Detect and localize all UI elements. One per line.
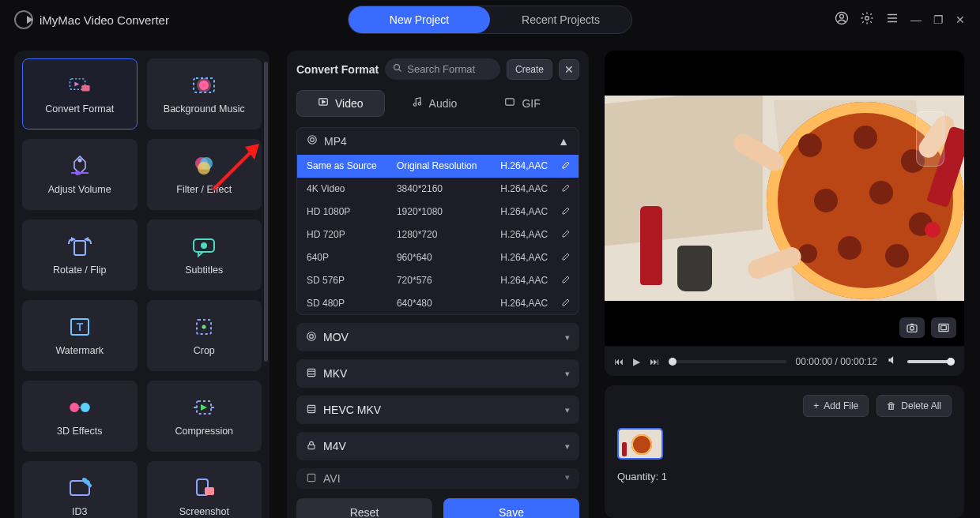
svg-point-48	[311, 138, 315, 142]
tab-video[interactable]: Video	[296, 90, 385, 117]
tool-filter-effect[interactable]: Filter / Effect	[147, 139, 262, 210]
gif-icon	[504, 96, 515, 110]
tool-crop[interactable]: Crop	[147, 300, 262, 371]
volume-icon[interactable]	[887, 355, 898, 368]
preset-codec: H.264,AAC	[500, 183, 560, 194]
edit-preset-icon[interactable]	[560, 229, 572, 241]
seek-slider[interactable]	[669, 360, 786, 363]
preset-codec: H.264,AAC	[500, 298, 560, 309]
preset-row[interactable]: Same as SourceOriginal ResolutionH.264,A…	[297, 155, 579, 178]
play-button[interactable]: ▶	[633, 356, 640, 367]
preset-resolution: 3840*2160	[397, 183, 500, 194]
svg-marker-7	[74, 82, 79, 87]
group-mkv[interactable]: MKV ▾	[296, 359, 579, 388]
delete-all-button[interactable]: 🗑 Delete All	[876, 395, 952, 417]
edit-preset-icon[interactable]	[560, 160, 572, 172]
tool-background-music[interactable]: Background Music	[147, 58, 262, 130]
svg-rect-57	[308, 445, 315, 449]
time-display: 00:00:00 / 00:00:12	[796, 356, 877, 367]
tool-subtitles[interactable]: Subtitles	[147, 220, 262, 291]
preset-resolution: 960*640	[397, 252, 500, 263]
svg-point-14	[75, 171, 80, 175]
edit-preset-icon[interactable]	[560, 183, 572, 195]
search-icon	[393, 63, 402, 75]
preset-row[interactable]: HD 720P1280*720H.264,AAC	[297, 223, 579, 246]
target-icon	[307, 134, 318, 148]
preset-row[interactable]: SD 480P640*480H.264,AAC	[297, 292, 579, 315]
group-mov[interactable]: MOV ▾	[296, 323, 579, 351]
tool-label: Convert Format	[45, 103, 114, 114]
video-icon	[318, 96, 329, 110]
settings-icon[interactable]	[860, 11, 874, 29]
tool-id3[interactable]: ID3	[22, 461, 138, 518]
tool-compression[interactable]: Compression	[147, 381, 262, 452]
glasses-icon	[66, 396, 93, 419]
tab-audio-label: Audio	[429, 97, 458, 110]
svg-point-17	[198, 162, 210, 175]
edit-preset-icon[interactable]	[560, 252, 572, 264]
group-mp4-label: MP4	[324, 135, 347, 148]
preset-row[interactable]: 640P960*640H.264,AAC	[297, 246, 579, 269]
tab-new-project[interactable]: New Project	[349, 6, 490, 33]
tool-screenshot[interactable]: Screenshot	[147, 461, 262, 518]
preset-row[interactable]: HD 1080P1920*1080H.264,AAC	[297, 201, 579, 223]
screenshot-icon	[190, 476, 217, 500]
tool-3d-effects[interactable]: 3D Effects	[22, 381, 138, 452]
next-button[interactable]: ⏭	[650, 356, 659, 367]
svg-point-1	[840, 14, 844, 18]
fullscreen-button[interactable]	[931, 317, 956, 338]
preset-name: 4K Video	[307, 183, 397, 194]
queue-thumbnail[interactable]	[617, 428, 663, 460]
save-button[interactable]: Save	[443, 498, 579, 518]
chevron-down-icon: ▾	[565, 441, 570, 452]
add-file-button[interactable]: + Add File	[803, 395, 869, 417]
minimize-button[interactable]: —	[910, 13, 922, 26]
menu-icon[interactable]	[885, 11, 899, 29]
music-icon	[190, 73, 217, 97]
maximize-button[interactable]: ❐	[933, 13, 944, 26]
tab-gif-label: GIF	[522, 97, 540, 110]
preset-codec: H.264,AAC	[500, 160, 560, 171]
volume-slider[interactable]	[907, 360, 955, 363]
account-icon[interactable]	[835, 11, 849, 29]
close-panel-button[interactable]: ✕	[559, 59, 579, 80]
svg-point-22	[201, 242, 207, 249]
tool-label: Adjust Volume	[48, 184, 111, 195]
edit-preset-icon[interactable]	[560, 298, 572, 310]
reset-button[interactable]: Reset	[296, 498, 432, 518]
lock-icon	[306, 440, 317, 453]
svg-line-41	[399, 69, 401, 72]
edit-preset-icon[interactable]	[560, 206, 572, 218]
app-title: iMyMac Video Converter	[40, 13, 169, 27]
group-avi[interactable]: AVI ▾	[296, 468, 579, 489]
create-button[interactable]: Create	[507, 59, 552, 80]
tools-scrollbar[interactable]	[264, 62, 268, 362]
snapshot-button[interactable]	[899, 317, 925, 338]
tab-recent-projects[interactable]: Recent Projects	[490, 6, 631, 33]
search-input[interactable]: Search Format	[385, 58, 500, 80]
close-window-button[interactable]: ✕	[955, 13, 966, 26]
tool-rotate-flip[interactable]: Rotate / Flip	[22, 220, 138, 291]
svg-point-27	[70, 403, 79, 412]
rotate-icon	[66, 235, 93, 258]
group-m4v[interactable]: M4V ▾	[296, 432, 579, 460]
tab-audio[interactable]: Audio	[391, 90, 478, 117]
time-total: 00:00:12	[840, 356, 877, 367]
edit-preset-icon[interactable]	[560, 275, 572, 287]
tool-watermark[interactable]: T Watermark	[22, 300, 138, 371]
app-logo: iMyMac Video Converter	[14, 10, 169, 29]
film-icon	[306, 367, 317, 381]
preset-row[interactable]: 4K Video3840*2160H.264,AAC	[297, 178, 579, 201]
group-mp4-header[interactable]: MP4 ▲	[297, 128, 579, 155]
preset-row[interactable]: SD 576P720*576H.264,AAC	[297, 269, 579, 292]
video-area[interactable]	[605, 51, 964, 346]
preset-resolution: Original Resolution	[397, 160, 500, 171]
tab-gif[interactable]: GIF	[484, 90, 560, 117]
preset-name: HD 1080P	[307, 206, 397, 217]
prev-button[interactable]: ⏮	[614, 356, 624, 367]
tool-adjust-volume[interactable]: Adjust Volume	[22, 139, 138, 210]
group-hevc-mkv[interactable]: HEVC MKV ▾	[296, 396, 579, 424]
title-bar: iMyMac Video Converter New Project Recen…	[0, 0, 980, 39]
id3-icon	[66, 476, 93, 500]
tool-convert-format[interactable]: Convert Format	[22, 58, 138, 130]
